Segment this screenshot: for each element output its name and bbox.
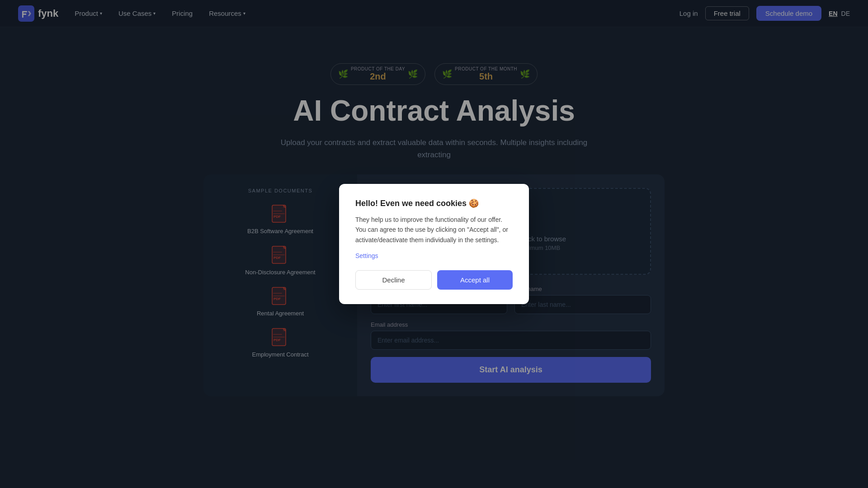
cookie-buttons: Decline Accept all (355, 270, 513, 290)
cookie-overlay: Hello! Even we need cookies 🍪 They help … (0, 0, 868, 488)
cookie-settings-link[interactable]: Settings (355, 252, 513, 259)
cookie-modal: Hello! Even we need cookies 🍪 They help … (339, 184, 529, 304)
cookie-body: They help us to improve the functionalit… (355, 215, 513, 245)
decline-button[interactable]: Decline (355, 270, 432, 290)
cookie-title: Hello! Even we need cookies 🍪 (355, 198, 513, 208)
accept-all-button[interactable]: Accept all (437, 270, 513, 290)
